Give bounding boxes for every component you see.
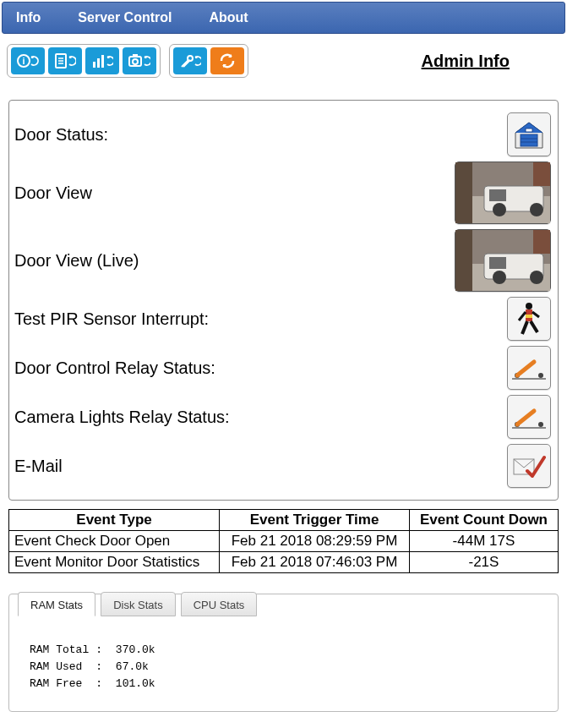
svg-text:i: i	[22, 56, 25, 66]
ram-free-value: 101.0k	[116, 676, 161, 692]
garage-icon	[512, 118, 546, 151]
event-type: Event Check Door Open	[9, 531, 220, 552]
svg-rect-24	[533, 162, 550, 186]
camera-refresh-icon[interactable]	[123, 47, 156, 74]
svg-point-29	[530, 271, 543, 284]
tab-disk-stats[interactable]: Disk Stats	[101, 592, 176, 616]
camera-snapshot-icon	[455, 162, 550, 223]
top-nav: Info Server Control About	[2, 2, 565, 34]
event-countdown: -21S	[409, 552, 558, 573]
tools-refresh-icon[interactable]	[173, 47, 207, 74]
status-panel: Door Status: Door View Door View (Live) …	[8, 100, 559, 501]
camera-relay-button[interactable]	[507, 395, 551, 439]
svg-rect-13	[521, 134, 537, 146]
walking-person-icon	[512, 300, 546, 337]
ram-total-value: 370.0k	[116, 643, 161, 658]
svg-rect-7	[97, 58, 100, 68]
relay-open-icon	[512, 404, 546, 430]
door-view-label: Door View	[14, 183, 92, 203]
door-relay-label: Door Control Relay Status:	[14, 359, 215, 378]
svg-point-41	[538, 422, 543, 427]
events-table: Event Type Event Trigger Time Event Coun…	[8, 509, 559, 573]
camera-live-icon	[455, 230, 550, 291]
ram-used-label: RAM Used	[30, 660, 94, 675]
toolbar-group-2	[169, 44, 248, 78]
nav-server-control[interactable]: Server Control	[71, 7, 185, 29]
door-view-live-button[interactable]	[455, 229, 551, 292]
events-header-type: Event Type	[9, 510, 220, 531]
test-pir-label: Test PIR Sensor Interrupt:	[14, 309, 209, 329]
events-header-time: Event Trigger Time	[220, 510, 410, 531]
test-pir-button[interactable]	[507, 297, 551, 341]
stats-panel: RAM Stats Disk Stats CPU Stats RAM Total…	[8, 594, 559, 712]
svg-rect-16	[526, 129, 532, 132]
camera-relay-label: Camera Lights Relay Status:	[14, 408, 230, 427]
svg-point-21	[530, 203, 543, 216]
events-header-count: Event Count Down	[409, 510, 558, 531]
event-time: Feb 21 2018 08:29:59 PM	[220, 531, 410, 552]
door-view-button[interactable]	[455, 161, 551, 224]
tab-ram-stats[interactable]: RAM Stats	[18, 592, 95, 616]
event-type: Event Monitor Door Statistics	[9, 552, 220, 573]
svg-line-42	[517, 411, 534, 424]
svg-rect-10	[133, 54, 138, 57]
svg-point-22	[493, 203, 506, 216]
svg-rect-20	[489, 189, 506, 201]
refresh-all-icon[interactable]	[210, 47, 244, 74]
door-status-label: Door Status:	[14, 125, 108, 145]
ram-free-label: RAM Free	[30, 676, 94, 692]
svg-rect-32	[533, 230, 550, 254]
svg-point-11	[133, 59, 138, 64]
event-countdown: -44M 17S	[409, 531, 558, 552]
svg-rect-8	[101, 55, 104, 68]
admin-info-link[interactable]: Admin Info	[422, 52, 510, 71]
email-button[interactable]	[507, 444, 551, 488]
tab-cpu-stats[interactable]: CPU Stats	[181, 592, 258, 616]
stats-refresh-icon[interactable]	[85, 47, 119, 74]
ram-stats-table: RAM Total: 370.0k RAM Used: 67.0k RAM Fr…	[28, 641, 162, 694]
relay-open-icon	[512, 355, 546, 380]
door-status-button[interactable]	[507, 112, 551, 156]
svg-rect-31	[455, 230, 472, 291]
svg-point-37	[538, 373, 543, 378]
nav-info[interactable]: Info	[9, 7, 54, 29]
svg-rect-23	[455, 162, 472, 223]
stats-tabs: RAM Stats Disk Stats CPU Stats	[18, 601, 549, 626]
svg-rect-28	[489, 257, 506, 269]
svg-rect-6	[93, 62, 95, 68]
svg-line-38	[517, 362, 534, 375]
ram-total-label: RAM Total	[30, 643, 94, 658]
event-time: Feb 21 2018 07:46:03 PM	[220, 552, 410, 573]
door-relay-button[interactable]	[507, 346, 551, 390]
svg-rect-35	[526, 315, 532, 318]
table-row: Event Monitor Door Statistics Feb 21 201…	[9, 552, 559, 573]
toolbar: i Admin Info	[0, 36, 567, 83]
email-check-icon	[512, 452, 546, 479]
table-row: Event Check Door Open Feb 21 2018 08:29:…	[9, 531, 559, 552]
svg-point-33	[526, 303, 532, 309]
door-view-live-label: Door View (Live)	[14, 251, 139, 271]
email-label: E-Mail	[14, 457, 63, 476]
toolbar-group-1: i	[7, 44, 161, 78]
ram-used-value: 67.0k	[116, 660, 161, 675]
info-refresh-icon[interactable]: i	[11, 47, 45, 74]
svg-point-12	[188, 56, 193, 61]
svg-point-30	[493, 271, 506, 284]
document-refresh-icon[interactable]	[48, 47, 82, 74]
nav-about[interactable]: About	[202, 7, 261, 29]
